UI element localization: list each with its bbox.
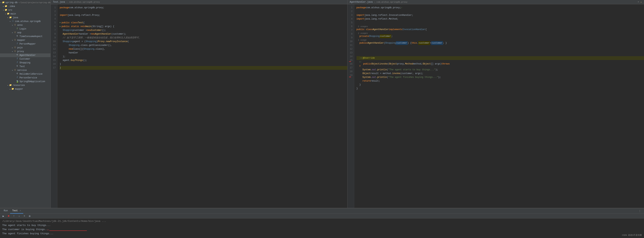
restart-button[interactable]: ▶ xyxy=(2,214,5,218)
sidebar-item-src[interactable]: ▾ 📁 src xyxy=(0,8,50,12)
tab-test[interactable]: Test × xyxy=(10,208,23,213)
sidebar-label: spring-db xyxy=(6,1,18,4)
package-icon: ⬡ xyxy=(14,24,16,27)
code-text: ); xyxy=(435,68,438,72)
code-line: } xyxy=(60,66,347,70)
tab-close-button[interactable]: × xyxy=(20,210,21,212)
code-text: customer = xyxy=(74,28,87,32)
code-text: = xyxy=(430,41,431,45)
stop-button[interactable]: ■ xyxy=(7,214,10,218)
sidebar-item-springdbapplication[interactable]: 🍃 SpringDbApplication xyxy=(0,80,50,83)
sidebar-item-shopping[interactable]: I Shopping xyxy=(0,61,50,65)
code-line: AgentHandler handler = new AgentHandler(… xyxy=(60,32,347,36)
editor-tab-right[interactable]: AgentHandler.java — com.atshuo.springdb.… xyxy=(348,0,644,4)
sidebar-label: main xyxy=(10,13,16,15)
sidebar-item-agenthandler[interactable]: C AgentHandler xyxy=(0,53,50,57)
code-line: Object result = method.invoke(customer, … xyxy=(356,72,644,75)
annotation-icon: @ xyxy=(16,28,19,31)
code-line xyxy=(356,52,644,56)
annotation: @Override xyxy=(363,56,375,60)
sidebar-label: java xyxy=(13,16,18,19)
code-text: handler xyxy=(69,51,78,55)
code-text: . xyxy=(104,40,106,43)
sidebar-item-main[interactable]: ▾ 📁 main xyxy=(0,12,50,16)
param-highlight: customer xyxy=(396,41,408,45)
expand-arrow: ▾ xyxy=(11,39,14,41)
code-line: C! @ public Object invoke(Object proxy, … xyxy=(356,60,644,68)
code-text: (); xyxy=(83,58,87,62)
sidebar-item-timeconsumeaspect[interactable]: C TimeConsumeAspect xyxy=(0,35,50,38)
sidebar-item-anno[interactable]: ▾ ⬡ anno xyxy=(0,23,50,27)
watermark: CSDN 老老D不是传播 xyxy=(622,233,642,237)
sidebar-item-aop[interactable]: ▾ ⬡ aop xyxy=(0,31,50,35)
editor-tab-left[interactable]: Test.java — com.atshuo.springdb.proxy xyxy=(51,0,347,4)
settings-button[interactable]: ⚙ xyxy=(28,214,32,218)
code-text: } xyxy=(60,66,61,70)
code-content-left: package com.atshuo.springdb.proxy; impor… xyxy=(58,4,347,208)
sidebar-label: mapper xyxy=(17,39,25,42)
code-text: ); xyxy=(438,75,441,79)
line-numbers-left: 12345 678910 1112131415 1617 xyxy=(51,4,58,208)
expand-arrow: ▸ xyxy=(9,88,11,90)
scroll-up-button[interactable]: ↑ xyxy=(12,214,16,218)
panel-options[interactable]: ⋮ xyxy=(637,209,642,212)
keyword: import xyxy=(356,17,364,21)
sidebar-item-helloworldservice[interactable]: C HelloWorldService xyxy=(0,72,50,76)
code-text: java.lang.reflect.InvocationHandler; xyxy=(364,13,413,17)
class-name: Object xyxy=(371,62,380,66)
sidebar-item-proxy[interactable]: ▾ ⬡ proxy xyxy=(0,50,50,53)
tab-run[interactable]: Run xyxy=(2,208,10,213)
sidebar-label: aop xyxy=(17,31,22,34)
code-line: ↑▾ @Override xyxy=(356,56,644,60)
class-name: AgentHandler xyxy=(95,32,111,36)
scroll-down-button[interactable]: ↓ xyxy=(17,214,21,218)
sidebar-item-resources[interactable]: ▾ 📁 resources xyxy=(0,83,50,87)
sidebar-item-customer[interactable]: I Customer xyxy=(0,57,50,61)
class-name: Proxy xyxy=(98,40,104,43)
usage-count: 1 usage xyxy=(358,39,367,41)
code-text: method, xyxy=(413,62,422,66)
sidebar-item-login[interactable]: @ Login xyxy=(0,27,50,31)
code-line: Shopping agent = (Shopping) Proxy.newPro… xyxy=(60,40,347,43)
code-line xyxy=(356,49,644,52)
sidebar-item-personmapper[interactable]: I PersonMapper xyxy=(0,42,50,46)
field-ref: customer xyxy=(418,41,430,45)
sidebar-label: AgentHandler xyxy=(20,54,36,57)
keyword: import xyxy=(356,13,364,17)
sidebar-item-idea[interactable]: ▸ 📁 .idea xyxy=(0,5,50,8)
method-name: AgentHandler xyxy=(368,41,384,45)
sidebar-item-package[interactable]: ▾ ⬡ com.atshuo.springdb xyxy=(0,20,50,23)
code-text: com.atshuo.springdb.proxy; xyxy=(69,6,104,10)
wrap-button[interactable]: ≡ xyxy=(22,214,26,218)
close-icon[interactable]: × xyxy=(638,1,639,4)
tab-label: Test xyxy=(12,209,18,212)
expand-arrow: ▸ xyxy=(11,47,14,49)
sidebar-label: TimeConsumeAspect xyxy=(20,35,42,38)
usage-hint-line: 1 usage xyxy=(356,38,644,41)
left-code-container[interactable]: 12345 678910 1112131415 1617 package com… xyxy=(51,4,347,208)
sidebar-item-personservice[interactable]: I PersonService xyxy=(0,76,50,80)
sidebar-item-mapper-res[interactable]: ▸ 📁 mapper xyxy=(0,87,50,91)
run-icon[interactable]: ▶ xyxy=(60,25,61,28)
sidebar-item-spring-db[interactable]: ▾ 📁 spring-db ~/local/projects/spring-db xyxy=(0,1,50,5)
right-code-container[interactable]: 12345 678910 1112131415 16171819 package… xyxy=(348,4,644,208)
sidebar-item-test[interactable]: C Test xyxy=(0,65,50,68)
code-text: (); xyxy=(102,28,106,32)
folder-icon: 📁 xyxy=(9,84,12,87)
class-icon: C xyxy=(16,54,19,57)
run-icon[interactable]: ▶ xyxy=(60,21,61,25)
sidebar-item-pojo[interactable]: ▸ ⬡ pojo xyxy=(0,46,50,50)
sidebar-item-java[interactable]: ▾ 📁 java xyxy=(0,16,50,20)
bottom-tab-bar: Run Test × ⋮ xyxy=(0,208,644,214)
sidebar-label: resources xyxy=(13,84,25,87)
keyword: public xyxy=(360,41,368,45)
usage-hint-line: 2 usages xyxy=(356,31,644,34)
keyword: package xyxy=(356,6,366,10)
sidebar-item-service[interactable]: ▾ ⬡ service xyxy=(0,68,50,72)
class-name: Object xyxy=(362,72,370,75)
code-line: handler xyxy=(60,51,347,55)
sidebar-item-mapper[interactable]: ▾ ⬡ mapper xyxy=(0,38,50,42)
console-output: /Library/Java/JavaVirtualMachines/jdk-21… xyxy=(0,218,644,238)
type: Shopping xyxy=(86,40,96,43)
expand-arrow: ▾ xyxy=(7,17,9,19)
